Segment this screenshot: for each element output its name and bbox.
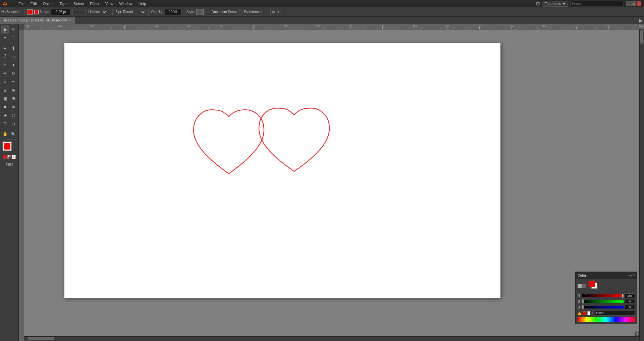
- preferences-button[interactable]: Preferences: [241, 9, 265, 15]
- color-panel-close[interactable]: ×: [633, 274, 635, 277]
- sep2: [72, 9, 73, 15]
- stroke-line-preview: [74, 12, 85, 12]
- paintbrush-tool[interactable]: ♦: [9, 61, 17, 69]
- g-label: G: [578, 300, 581, 303]
- free-transform-tool[interactable]: ⊞: [1, 86, 9, 94]
- horizontal-scroll-thumb[interactable]: [28, 337, 54, 340]
- color-spectrum[interactable]: [578, 317, 635, 322]
- active-tab[interactable]: heart-earrings.ai* @ 600% (RGB/Preview) …: [0, 17, 75, 24]
- ruler-corner: [19, 24, 24, 30]
- heart-shape-2[interactable]: [259, 108, 329, 171]
- scale-tool[interactable]: ⤢: [1, 78, 9, 86]
- menu-effect[interactable]: Effect: [87, 1, 102, 6]
- column-graph-tool[interactable]: ▦: [1, 95, 9, 103]
- pen-tool[interactable]: ✒: [1, 44, 9, 52]
- eyedropper-tool[interactable]: ⊕: [9, 103, 17, 111]
- stroke-round-dropdown[interactable]: 3 pt. Round: [112, 9, 146, 15]
- tab-close-button[interactable]: ×: [69, 18, 71, 22]
- gamut-warning-swatch[interactable]: [583, 311, 586, 315]
- active-fill-box[interactable]: [3, 142, 11, 151]
- hex-input[interactable]: [595, 311, 635, 316]
- color-button[interactable]: [3, 155, 7, 159]
- hash-symbol: #: [592, 311, 593, 315]
- g-value[interactable]: [625, 299, 635, 304]
- color-mode-icon-2[interactable]: [582, 284, 586, 288]
- pencil-tool[interactable]: ✏: [1, 69, 9, 77]
- r-slider[interactable]: [582, 294, 624, 297]
- opacity-input[interactable]: [165, 9, 181, 15]
- rect-tool[interactable]: □: [9, 53, 17, 61]
- menu-help[interactable]: Help: [136, 1, 149, 6]
- stroke-swatch[interactable]: [34, 10, 39, 14]
- hand-tool[interactable]: ✋: [1, 130, 9, 138]
- stroke-value-input[interactable]: [51, 9, 71, 15]
- fg-color-swatch[interactable]: [589, 281, 595, 287]
- menu-type[interactable]: Type: [57, 1, 70, 6]
- vertical-scroll-thumb[interactable]: [640, 30, 643, 44]
- menu-view[interactable]: View: [103, 1, 116, 6]
- magic-wand-tool[interactable]: ✦: [1, 34, 9, 42]
- panel-toggle-icon[interactable]: ▶: [639, 18, 643, 23]
- left-toolbar: ▶ ↖ ✦ ⌒ ✒ T / □ ○ ♦ ✏ ↻ ⤢ 〜 ⊞ ⊕: [0, 24, 19, 341]
- color-panel-header[interactable]: Color ─ ×: [576, 272, 637, 279]
- none-button[interactable]: ⊘: [12, 155, 16, 159]
- ruler-ticks: 1251301351401451501551601651701751801851…: [24, 24, 644, 29]
- vertical-scrollbar[interactable]: [639, 30, 644, 341]
- color-mode-icon-1[interactable]: [578, 284, 582, 288]
- canvas-scroll-area[interactable]: ◀: [24, 30, 644, 341]
- heart-shape-1[interactable]: [194, 110, 264, 174]
- tool-row-4: / □: [1, 53, 17, 61]
- mesh-tool[interactable]: ⊞: [9, 95, 17, 103]
- stroke-type-dropdown[interactable]: Uniform: [85, 9, 107, 15]
- tool-row-3: ✒ T: [1, 44, 17, 52]
- color-panel-collapse[interactable]: ─: [629, 274, 632, 277]
- horizontal-scrollbar[interactable]: [24, 336, 639, 341]
- maximize-button[interactable]: □: [631, 1, 636, 6]
- type-tool[interactable]: T: [9, 44, 17, 52]
- essentials-button[interactable]: Essentials ▼: [542, 1, 568, 7]
- menu-select[interactable]: Select: [71, 1, 87, 6]
- options-toolbar: No Selection Stroke: Uniform 3 pt. Round…: [0, 7, 644, 17]
- live-paint-tool[interactable]: ⬡: [9, 111, 17, 119]
- gamut-warning-icon: [578, 311, 582, 315]
- fg-bg-swatches: [589, 281, 602, 291]
- line-tool[interactable]: /: [1, 53, 9, 61]
- search-input[interactable]: [570, 1, 624, 6]
- zoom-tool[interactable]: 🔍: [9, 130, 17, 138]
- close-button[interactable]: ✕: [637, 1, 641, 6]
- direct-selection-tool[interactable]: ↖: [9, 25, 17, 34]
- selection-status: No Selection: [1, 10, 20, 14]
- menu-window[interactable]: Window: [117, 1, 135, 6]
- selection-tool[interactable]: ▶: [1, 25, 9, 34]
- align-icon[interactable]: ⊞: [270, 9, 276, 15]
- document-setup-button[interactable]: Document Setup: [209, 9, 240, 15]
- blend-tool[interactable]: ◈: [1, 111, 9, 119]
- screen-mode-button[interactable]: [2, 162, 17, 167]
- panel-expand-button[interactable]: ◀: [635, 332, 639, 336]
- r-value[interactable]: [625, 293, 635, 298]
- minimize-button[interactable]: ─: [626, 1, 631, 6]
- gradient-button[interactable]: [7, 155, 11, 159]
- sep1: [24, 9, 24, 15]
- b-value[interactable]: [625, 305, 635, 309]
- gradient-tool[interactable]: ■: [1, 103, 9, 111]
- ellipse-tool[interactable]: ○: [1, 61, 9, 69]
- menu-file[interactable]: File: [16, 1, 27, 6]
- b-slider[interactable]: [582, 306, 624, 308]
- fill-swatch[interactable]: [27, 9, 33, 15]
- lasso-tool[interactable]: ⌒: [9, 34, 17, 42]
- tool-sep-4: [2, 160, 17, 160]
- style-swatch[interactable]: [196, 9, 204, 15]
- arrange-dropdown[interactable]: ▼: [277, 9, 280, 15]
- symbol-sprayer-tool[interactable]: ⊕: [9, 86, 17, 94]
- eraser-tool[interactable]: ◻: [9, 120, 17, 128]
- slice-tool[interactable]: ⊡: [1, 120, 9, 128]
- warp-tool[interactable]: 〜: [9, 78, 17, 86]
- menu-object[interactable]: Object: [40, 1, 56, 6]
- tool-row-2: ✦ ⌒: [1, 34, 17, 42]
- g-slider[interactable]: [582, 300, 624, 303]
- rotate-tool[interactable]: ↻: [9, 69, 17, 77]
- canvas-main-row: ◀: [19, 30, 644, 341]
- web-safe-swatch[interactable]: [587, 311, 590, 315]
- menu-edit[interactable]: Edit: [28, 1, 40, 6]
